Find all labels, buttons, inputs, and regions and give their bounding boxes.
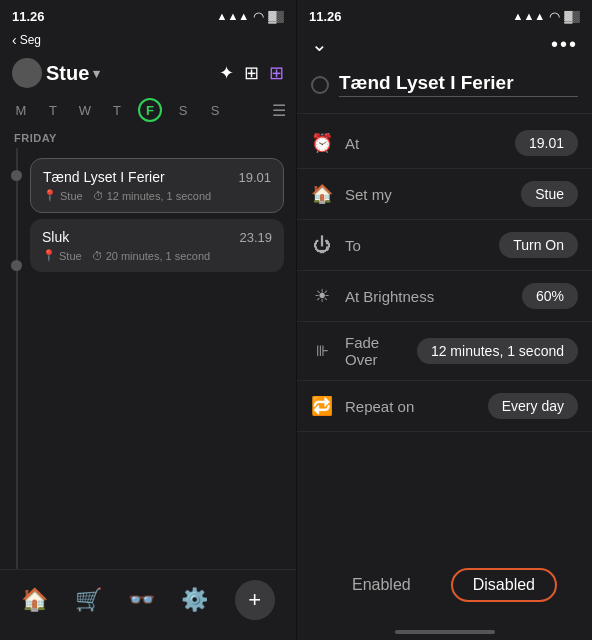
detail-label-fade: Fade Over [345,334,405,368]
nav-explore[interactable]: 👓 [128,587,155,613]
detail-row-brightness[interactable]: ☀ At Brightness 60% [297,271,592,322]
section-label-friday: FRIDAY [0,126,296,148]
detail-label-to: To [345,237,487,254]
day-tab-t1[interactable]: T [42,103,64,118]
signal-icon-right: ▲▲▲ [513,10,546,22]
automation-title: Tænd Lyset I Ferier [339,72,578,97]
bottom-toggle: Enabled Disabled [297,554,592,630]
automation-name-row: Tænd Lyset I Ferier [297,66,592,114]
signal-icon: ▲▲▲ [217,10,250,22]
header-row-left: ‹ Seg [0,28,296,54]
status-icons-right: ▲▲▲ ◠ ▓▒ [513,9,580,24]
toggle-enabled[interactable]: Enabled [332,570,431,600]
day-tabs: M T W T F S S ☰ [0,94,296,126]
event-room-2: 📍 Stue [42,249,82,262]
repeat-detail-icon: 🔁 [311,395,333,417]
detail-label-brightness: At Brightness [345,288,510,305]
home-title-text: Stue [46,62,89,85]
toggle-disabled[interactable]: Disabled [451,568,557,602]
apps-icon[interactable]: ⊞ [269,62,284,84]
timeline-dot-2 [11,260,22,271]
bottom-indicator-right [395,630,495,634]
detail-section: ⏰ At 19.01 🏠 Set my Stue ⏻ To Turn On ☀ … [297,114,592,554]
status-bar-right: 11.26 ▲▲▲ ◠ ▓▒ [297,0,592,28]
menu-icon[interactable]: ☰ [272,101,286,120]
detail-value-repeat[interactable]: Every day [488,393,578,419]
fade-detail-icon: ⊪ [311,342,333,360]
nav-shop[interactable]: 🛒 [75,587,102,613]
grid-icon[interactable]: ⊞ [244,62,259,84]
back-label-left: Seg [20,33,41,47]
right-back-button[interactable]: ⌄ [311,32,328,56]
left-panel: 11.26 ▲▲▲ ◠ ▓▒ ‹ Seg Stue ▾ ✦ ⊞ ⊞ M T W … [0,0,296,640]
home-title-row: Stue ▾ ✦ ⊞ ⊞ [0,54,296,94]
day-tab-s2[interactable]: S [204,103,226,118]
right-header: ⌄ ••• [297,28,592,66]
day-tab-w[interactable]: W [74,103,96,118]
event-room-1: 📍 Stue [43,189,83,202]
event-meta-2: 📍 Stue ⏱ 20 minutes, 1 second [42,249,272,262]
timeline-area: Tænd Lyset I Ferier 19.01 📍 Stue ⏱ 12 mi… [0,148,296,569]
detail-row-at[interactable]: ⏰ At 19.01 [297,118,592,169]
home-detail-icon: 🏠 [311,183,333,205]
event-title-row-1: Tænd Lyset I Ferier 19.01 [43,169,271,185]
timeline-dot-1 [11,170,22,181]
detail-label-setmy: Set my [345,186,509,203]
event-card-2[interactable]: Sluk 23.19 📍 Stue ⏱ 20 minutes, 1 second [30,219,284,272]
right-more-button[interactable]: ••• [551,33,578,56]
power-detail-icon: ⏻ [311,235,333,256]
detail-row-setmy[interactable]: 🏠 Set my Stue [297,169,592,220]
detail-label-repeat: Repeat on [345,398,476,415]
status-bar-left: 11.26 ▲▲▲ ◠ ▓▒ [0,0,296,28]
header-icons: ✦ ⊞ ⊞ [219,62,284,84]
status-time-left: 11.26 [12,9,45,24]
bottom-nav: 🏠 🛒 👓 ⚙️ + [0,569,296,640]
detail-value-brightness[interactable]: 60% [522,283,578,309]
automation-status-circle[interactable] [311,76,329,94]
day-tab-m[interactable]: M [10,103,32,118]
back-button-left[interactable]: ‹ Seg [12,32,41,48]
chevron-down-icon: ▾ [93,66,100,81]
detail-row-fade[interactable]: ⊪ Fade Over 12 minutes, 1 second [297,322,592,381]
right-panel: 11.26 ▲▲▲ ◠ ▓▒ ⌄ ••• Tænd Lyset I Ferier… [296,0,592,640]
sun-detail-icon: ☀ [311,285,333,307]
day-tab-f[interactable]: F [138,98,162,122]
detail-label-at: At [345,135,503,152]
event-meta-1: 📍 Stue ⏱ 12 minutes, 1 second [43,189,271,202]
home-title[interactable]: Stue ▾ [12,58,100,88]
nav-settings[interactable]: ⚙️ [181,587,208,613]
nav-home[interactable]: 🏠 [21,587,48,613]
status-time-right: 11.26 [309,9,342,24]
wifi-icon: ◠ [253,9,264,24]
event-title-1: Tænd Lyset I Ferier [43,169,165,185]
add-button[interactable]: + [235,580,275,620]
detail-value-to[interactable]: Turn On [499,232,578,258]
battery-icon: ▓▒ [268,10,284,22]
event-duration-2: ⏱ 20 minutes, 1 second [92,250,211,262]
detail-value-fade[interactable]: 12 minutes, 1 second [417,338,578,364]
detail-row-repeat[interactable]: 🔁 Repeat on Every day [297,381,592,432]
event-card-1[interactable]: Tænd Lyset I Ferier 19.01 📍 Stue ⏱ 12 mi… [30,158,284,213]
event-duration-1: ⏱ 12 minutes, 1 second [93,190,212,202]
detail-value-at[interactable]: 19.01 [515,130,578,156]
sparkle-icon[interactable]: ✦ [219,62,234,84]
day-tab-t2[interactable]: T [106,103,128,118]
timeline-line [16,148,18,569]
back-arrow-icon: ‹ [12,32,17,48]
status-icons-left: ▲▲▲ ◠ ▓▒ [217,9,284,24]
detail-row-to[interactable]: ⏻ To Turn On [297,220,592,271]
event-title-row-2: Sluk 23.19 [42,229,272,245]
location-icon-1: 📍 [43,189,57,202]
event-time-1: 19.01 [238,170,271,185]
clock-detail-icon: ⏰ [311,132,333,154]
event-title-2: Sluk [42,229,69,245]
battery-icon-right: ▓▒ [564,10,580,22]
event-time-2: 23.19 [239,230,272,245]
add-icon: + [248,587,261,613]
wifi-icon-right: ◠ [549,9,560,24]
detail-value-setmy[interactable]: Stue [521,181,578,207]
day-tab-s1[interactable]: S [172,103,194,118]
clock-icon-2: ⏱ [92,250,103,262]
location-icon-2: 📍 [42,249,56,262]
clock-icon-1: ⏱ [93,190,104,202]
